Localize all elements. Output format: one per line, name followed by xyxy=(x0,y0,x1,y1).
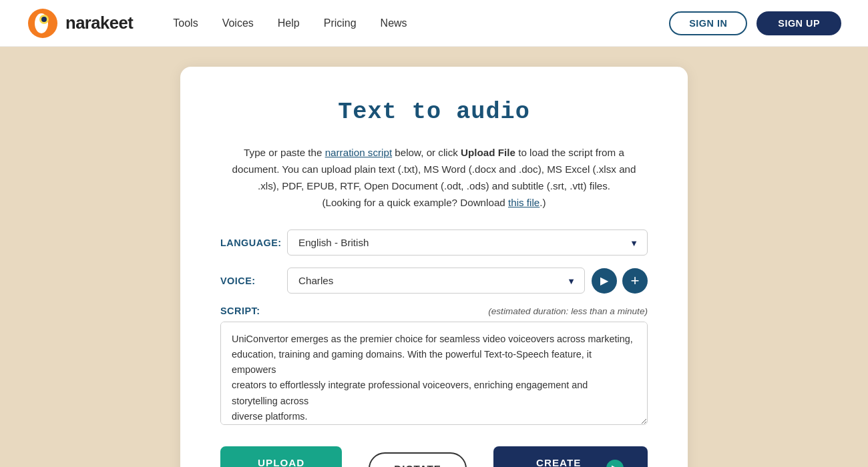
duration-text: (estimated duration: less than a minute) xyxy=(488,306,648,316)
voice-play-button[interactable]: ▶ xyxy=(592,268,617,294)
voice-row: VOICE: Charles ▼ ▶ + xyxy=(220,268,648,294)
logo-icon xyxy=(27,7,59,39)
main-nav: Tools Voices Help Pricing News xyxy=(173,17,669,29)
script-label: SCRIPT: xyxy=(220,306,260,316)
nav-news[interactable]: News xyxy=(381,17,407,29)
main-wrapper: Text to audio Type or paste the narratio… xyxy=(0,47,868,467)
signin-button[interactable]: SIGN IN xyxy=(669,11,747,35)
svg-point-3 xyxy=(41,17,47,22)
plus-icon: + xyxy=(630,272,639,290)
language-select-wrapper: English - British ▼ xyxy=(287,229,648,256)
voice-controls: ▶ + xyxy=(592,268,648,294)
logo-text: narakeet xyxy=(65,13,133,33)
logo-area: narakeet xyxy=(27,7,133,39)
nav-voices[interactable]: Voices xyxy=(222,17,254,29)
create-play-icon: ▶ xyxy=(606,460,624,467)
page-title: Text to audio xyxy=(220,99,648,125)
script-textarea[interactable]: UniConvertor emerges as the premier choi… xyxy=(220,322,648,425)
description-text: Type or paste the narration script below… xyxy=(220,144,648,211)
desc-part1: Type or paste the xyxy=(244,147,325,158)
voice-select-wrapper: Charles ▼ xyxy=(287,268,585,294)
voice-select[interactable]: Charles xyxy=(287,268,585,294)
nav-pricing[interactable]: Pricing xyxy=(324,17,357,29)
upload-file-bold: Upload File xyxy=(461,147,515,158)
voice-label: VOICE: xyxy=(220,276,287,286)
header-buttons: SIGN IN SIGN UP xyxy=(669,11,841,35)
language-label: LANGUAGE: xyxy=(220,238,287,248)
bottom-buttons: UPLOAD FILE DICTATE CREATE AUDIO ▶ xyxy=(220,446,648,467)
language-row: LANGUAGE: English - British ▼ xyxy=(220,229,648,256)
nav-help[interactable]: Help xyxy=(278,17,300,29)
narration-script-link[interactable]: narration script xyxy=(325,147,392,158)
dictate-button[interactable]: DICTATE xyxy=(369,452,467,467)
signup-button[interactable]: SIGN UP xyxy=(756,11,841,35)
language-select[interactable]: English - British xyxy=(287,229,648,256)
create-audio-label: CREATE AUDIO xyxy=(517,457,600,467)
nav-tools[interactable]: Tools xyxy=(173,17,198,29)
example-text: (Looking for a quick example? Download t… xyxy=(322,197,546,208)
create-audio-button[interactable]: CREATE AUDIO ▶ xyxy=(493,446,648,467)
play-icon: ▶ xyxy=(600,274,608,287)
script-header-row: SCRIPT: (estimated duration: less than a… xyxy=(220,306,648,316)
this-file-link[interactable]: this file xyxy=(508,197,539,208)
voice-add-button[interactable]: + xyxy=(622,268,648,294)
main-card: Text to audio Type or paste the narratio… xyxy=(180,67,688,467)
upload-file-button[interactable]: UPLOAD FILE xyxy=(220,446,342,467)
